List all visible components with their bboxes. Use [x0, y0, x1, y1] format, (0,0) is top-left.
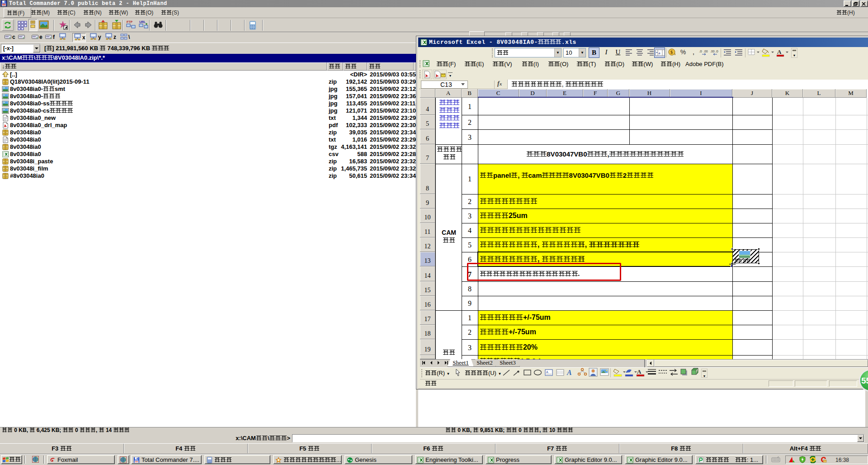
svg-text:.0: .0	[715, 49, 718, 53]
svg-text:FTP: FTP	[127, 20, 133, 24]
svg-text:.0: .0	[699, 49, 702, 53]
svg-text:A: A	[637, 368, 642, 375]
svg-text:A: A	[566, 369, 572, 376]
svg-text:URL: URL	[139, 20, 146, 24]
svg-text:.00: .00	[703, 50, 708, 53]
svg-text:A: A	[546, 370, 548, 374]
svg-text:A: A	[777, 48, 782, 55]
svg-text:.00: .00	[710, 50, 715, 53]
svg-text:55: 55	[861, 376, 868, 385]
svg-text:$: $	[670, 50, 673, 55]
svg-text:a: a	[659, 51, 660, 55]
